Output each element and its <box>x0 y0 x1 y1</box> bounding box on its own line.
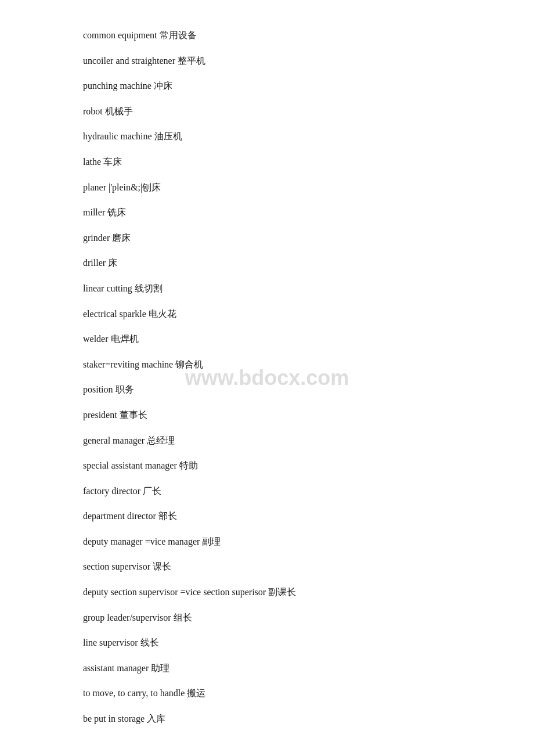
list-item: general manager 总经理 <box>83 433 451 448</box>
list-item: line supervisor 线长 <box>83 635 451 650</box>
list-item: robot 机械手 <box>83 104 451 119</box>
list-item: punching machine 冲床 <box>83 78 451 93</box>
list-item: be put in storage 入库 <box>83 711 451 726</box>
list-item: position 职务 <box>83 382 451 397</box>
list-item: welder 电焊机 <box>83 332 451 347</box>
list-item: staker=reviting machine 铆合机 <box>83 357 451 372</box>
list-item: hydraulic machine 油压机 <box>83 129 451 144</box>
list-item: uncoiler and straightener 整平机 <box>83 53 451 69</box>
list-item: grinder 磨床 <box>83 231 451 246</box>
list-item: deputy section supervisor =vice section … <box>83 585 451 600</box>
list-item: assistant manager 助理 <box>83 661 451 676</box>
list-item: lathe 车床 <box>83 154 451 170</box>
list-item: section supervisor 课长 <box>83 559 451 574</box>
list-item: factory director 厂长 <box>83 484 451 499</box>
list-item: driller 床 <box>83 255 451 271</box>
list-item: deputy manager =vice manager 副理 <box>83 534 451 549</box>
main-content: common equipment 常用设备uncoiler and straig… <box>0 0 534 756</box>
list-item: linear cutting 线切割 <box>83 281 451 296</box>
list-item: group leader/supervisor 组长 <box>83 610 451 625</box>
list-item: planer |'plein&;|刨床 <box>83 180 451 195</box>
list-item: president 董事长 <box>83 408 451 423</box>
list-item: common equipment 常用设备 <box>83 28 451 43</box>
list-item: to move, to carry, to handle 搬运 <box>83 686 451 701</box>
list-item: electrical sparkle 电火花 <box>83 307 451 322</box>
list-item: special assistant manager 特助 <box>83 458 451 473</box>
list-item: department director 部长 <box>83 509 451 524</box>
list-item: miller 铣床 <box>83 205 451 220</box>
